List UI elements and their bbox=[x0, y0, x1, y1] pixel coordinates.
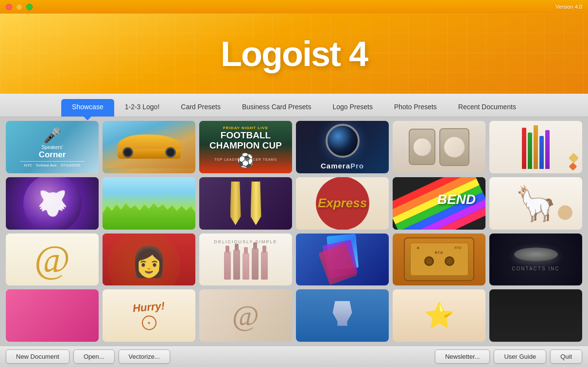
gallery-item-partial1[interactable] bbox=[6, 289, 99, 342]
gallery-item-partial3[interactable]: @ bbox=[199, 289, 292, 342]
app-title: Logoist 4 bbox=[221, 34, 367, 74]
tab-showcase[interactable]: Showcase bbox=[61, 99, 114, 117]
gallery-item-wine[interactable]: DELICIOUSLY SIMPLE bbox=[199, 234, 292, 286]
maximize-button[interactable] bbox=[26, 4, 33, 10]
gallery: 🎤 Speakers' Corner NYC · Tortoise Ave. ·… bbox=[0, 117, 588, 346]
user-guide-button[interactable]: User Guide bbox=[494, 350, 546, 364]
gallery-item-contacts[interactable]: Contacts Inc bbox=[489, 234, 582, 286]
gallery-item-partial2[interactable]: Hurry! ★ bbox=[103, 289, 195, 342]
gallery-item-express[interactable]: Express bbox=[296, 177, 389, 230]
gallery-item-cassette[interactable]: A RTD RTD bbox=[393, 234, 485, 286]
quit-button[interactable]: Quit bbox=[550, 350, 582, 364]
gallery-item-swirl[interactable]: @ bbox=[6, 234, 99, 286]
window-controls bbox=[6, 4, 33, 10]
gallery-item-camera[interactable]: CameraPro bbox=[296, 121, 389, 173]
gallery-item-partial6[interactable] bbox=[489, 289, 582, 342]
gallery-item-wolf[interactable]: 🐺 bbox=[6, 177, 99, 230]
gallery-item-pencils[interactable] bbox=[489, 121, 582, 173]
tab-photo-presets[interactable]: Photo Presets bbox=[383, 99, 448, 117]
gallery-item-grass[interactable] bbox=[103, 177, 195, 230]
version-label: Version 4.0 bbox=[555, 4, 582, 10]
vectorize-button[interactable]: Vectorize... bbox=[119, 350, 170, 364]
tab-recent-documents[interactable]: Recent Documents bbox=[448, 99, 527, 117]
tab-card-presets[interactable]: Card Presets bbox=[170, 99, 231, 117]
gallery-item-partial4[interactable] bbox=[296, 289, 389, 342]
minimize-button[interactable] bbox=[16, 4, 22, 10]
gallery-item-pens[interactable] bbox=[199, 177, 292, 230]
gallery-item-llama[interactable]: 🦙 bbox=[489, 177, 582, 230]
gallery-item-watches[interactable] bbox=[393, 121, 485, 173]
close-button[interactable] bbox=[6, 4, 12, 10]
nav-bar: Showcase 1-2-3 Logo! Card Presets Busine… bbox=[0, 94, 588, 117]
tab-123logo[interactable]: 1-2-3 Logo! bbox=[114, 99, 171, 117]
gallery-item-colorful[interactable] bbox=[296, 234, 389, 286]
gallery-item-car[interactable] bbox=[103, 121, 195, 173]
tab-logo-presets[interactable]: Logo Presets bbox=[322, 99, 383, 117]
gallery-item-partial5[interactable]: ⭐ bbox=[393, 289, 485, 342]
open-button[interactable]: Open... bbox=[73, 350, 115, 364]
newsletter-button[interactable]: Newsletter... bbox=[435, 350, 490, 364]
titlebar: Version 4.0 bbox=[0, 0, 588, 14]
tab-business-card-presets[interactable]: Business Card Presets bbox=[231, 99, 322, 117]
app-header: Logoist 4 bbox=[0, 14, 588, 94]
new-document-button[interactable]: New Document bbox=[6, 350, 69, 364]
gallery-item-football[interactable]: FRIDAY NIGHT LIVE FOOTBALLCHAMPION CUP ⚽… bbox=[199, 121, 292, 173]
gallery-item-woman[interactable]: 👩 bbox=[103, 234, 195, 286]
toolbar: New Document Open... Vectorize... Newsle… bbox=[0, 346, 588, 367]
gallery-item-speakers[interactable]: 🎤 Speakers' Corner NYC · Tortoise Ave. ·… bbox=[6, 121, 99, 173]
gallery-item-rainbow[interactable]: BEND bbox=[393, 177, 485, 230]
